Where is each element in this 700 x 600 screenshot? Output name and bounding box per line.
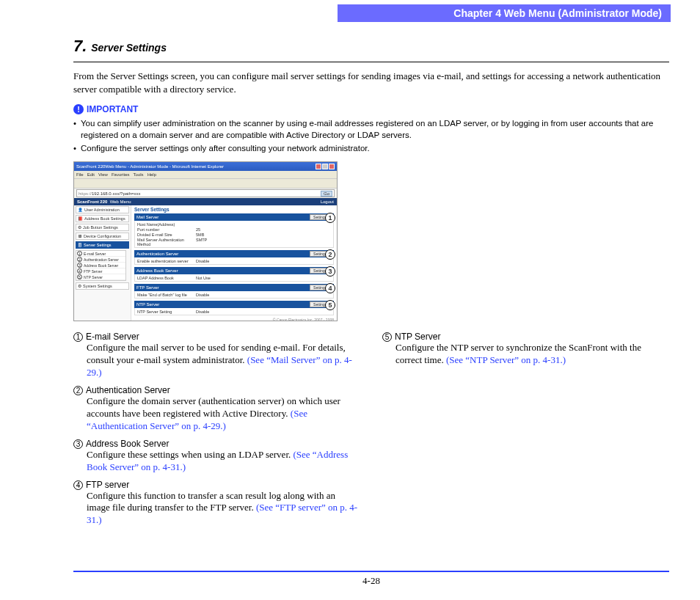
window-controls (315, 164, 335, 170)
def-ntp-server: 5NTP Server Configure the NTP server to … (382, 332, 669, 367)
page-number: 4-28 (73, 575, 669, 587)
important-heading: ! IMPORTANT (73, 104, 669, 114)
left-column: 1E-mail Server Configure the mail server… (73, 332, 360, 533)
brand-bar: ScanFront 220 Web Menu Logout (74, 198, 337, 205)
url-bar: https://192.168.0.xxx/?path=xxx Go (76, 189, 335, 197)
section-title: 7. Server Settings (73, 37, 669, 56)
important-label: IMPORTANT (87, 104, 138, 114)
right-column: 5NTP Server Configure the NTP server to … (382, 332, 669, 533)
page-footer: 4-28 (73, 571, 669, 587)
def-auth-server: 2Authentication Server Configure the dom… (73, 385, 360, 433)
title-divider (73, 62, 669, 62)
def-address-book-server: 3Address Book Server Configure these set… (73, 439, 360, 474)
bullet-1: You can simplify user administration on … (81, 117, 669, 141)
page-content: 7. Server Settings From the Server Setti… (0, 22, 700, 533)
menubar: FileEditViewFavoritesToolsHelp (74, 171, 337, 178)
section-number: 7. (73, 37, 87, 55)
important-bullets: •You can simplify user administration on… (73, 117, 669, 154)
main-panel: Server Settings 1 Mail ServerSetting > H… (131, 205, 337, 321)
footer-divider (73, 571, 669, 572)
important-icon: ! (73, 104, 84, 114)
def-email-server: 1E-mail Server Configure the mail server… (73, 332, 360, 379)
browser-toolbar (74, 178, 337, 189)
def-ftp-server: 4FTP server Configure this function to t… (73, 480, 360, 527)
sidebar: 👤User Administration 📕Address Book Setti… (74, 205, 131, 321)
section-name: Server Settings (91, 42, 167, 54)
link-ntp-server[interactable]: (See “NTP Server” on p. 4-31.) (446, 354, 566, 365)
bullet-2: Configure the server settings only after… (81, 142, 370, 154)
intro-text: From the Server Settings screen, you can… (73, 70, 669, 95)
chapter-header: Chapter 4 Web Menu (Administrator Mode) (338, 4, 671, 22)
window-title: ScanFront 220Web Menu - Administrator Mo… (76, 164, 224, 169)
embedded-screenshot: ScanFront 220Web Menu - Administrator Mo… (73, 161, 338, 321)
